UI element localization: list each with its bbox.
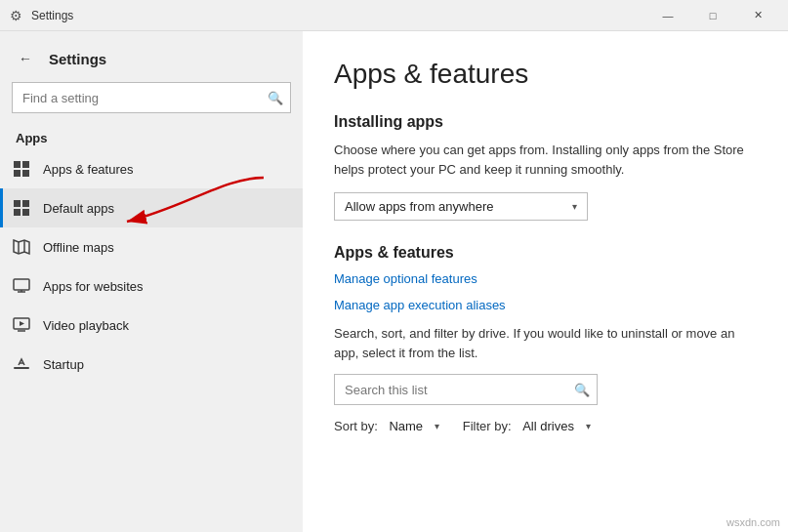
chevron-down-icon: ▾: [572, 201, 577, 212]
sort-value: Name: [389, 419, 423, 433]
sidebar-item-apps-features[interactable]: Apps & features: [0, 149, 303, 188]
svg-rect-7: [22, 209, 29, 216]
manage-optional-features-link[interactable]: Manage optional features: [334, 271, 757, 286]
search-box: 🔍: [12, 82, 291, 113]
apps-features-section: Apps & features Manage optional features…: [334, 244, 757, 433]
sort-label: Sort by:: [334, 419, 378, 433]
sidebar-category: Apps: [0, 125, 303, 149]
sidebar-item-label-apps-features: Apps & features: [43, 162, 134, 177]
sidebar-item-default-apps[interactable]: Default apps: [0, 188, 303, 227]
titlebar-title: Settings: [31, 9, 73, 22]
grid-icon: [12, 159, 31, 179]
installing-section-title: Installing apps: [334, 113, 757, 131]
dropdown-value: Allow apps from anywhere: [345, 199, 493, 214]
sidebar-item-video-playback[interactable]: Video playback: [0, 306, 303, 345]
svg-rect-2: [14, 170, 21, 177]
filter-chevron-icon: ▾: [586, 421, 591, 431]
main-panel: Apps & features Installing apps Choose w…: [303, 31, 788, 532]
filter-by[interactable]: Filter by: All drives ▾: [463, 419, 591, 433]
sidebar-item-label-startup: Startup: [43, 357, 84, 372]
close-button[interactable]: ✕: [735, 0, 780, 31]
svg-rect-17: [14, 367, 29, 369]
svg-marker-15: [20, 321, 24, 326]
filter-label: Filter by:: [463, 419, 512, 433]
sidebar-title: Settings: [49, 51, 106, 67]
minimize-button[interactable]: —: [645, 0, 690, 31]
search-icon: 🔍: [268, 91, 283, 105]
sort-chevron-icon: ▾: [435, 421, 439, 431]
sidebar: ← Settings 🔍 Apps Apps & features Defaul…: [0, 31, 303, 532]
titlebar-left: ⚙ Settings: [8, 8, 73, 23]
list-search-icon: 🔍: [574, 383, 590, 397]
sidebar-item-label-video-playback: Video playback: [43, 318, 129, 333]
page-title: Apps & features: [334, 59, 757, 90]
play-icon: [12, 315, 31, 335]
sidebar-header: ← Settings: [0, 39, 303, 82]
installing-dropdown[interactable]: Allow apps from anywhere ▾: [334, 192, 588, 221]
svg-rect-1: [22, 161, 29, 168]
titlebar: ⚙ Settings — □ ✕: [0, 0, 788, 31]
svg-rect-11: [14, 279, 29, 290]
back-button[interactable]: ←: [12, 45, 39, 72]
svg-marker-8: [14, 240, 29, 254]
search-input[interactable]: [12, 82, 291, 113]
list-search-box: 🔍: [334, 374, 598, 405]
manage-app-execution-link[interactable]: Manage app execution aliases: [334, 298, 757, 312]
titlebar-controls: — □ ✕: [645, 0, 780, 31]
sidebar-item-label-default-apps: Default apps: [43, 201, 114, 216]
monitor-icon: [12, 276, 31, 296]
sidebar-item-label-apps-websites: Apps for websites: [43, 279, 144, 294]
list-search-input[interactable]: [334, 374, 598, 405]
map-icon: [12, 237, 31, 257]
settings-icon: ⚙: [8, 8, 23, 23]
sidebar-item-startup[interactable]: Startup: [0, 345, 303, 384]
installing-section: Installing apps Choose where you can get…: [334, 113, 757, 221]
svg-rect-5: [22, 200, 29, 207]
sort-by[interactable]: Sort by: Name ▾: [334, 419, 439, 433]
sidebar-item-offline-maps[interactable]: Offline maps: [0, 227, 303, 266]
grid-icon-default: [12, 198, 31, 218]
content-area: ← Settings 🔍 Apps Apps & features Defaul…: [0, 31, 788, 532]
maximize-button[interactable]: □: [690, 0, 735, 31]
svg-rect-0: [14, 161, 21, 168]
search-desc: Search, sort, and filter by drive. If yo…: [334, 324, 757, 362]
svg-rect-4: [14, 200, 21, 207]
svg-rect-6: [14, 209, 21, 216]
watermark: wsxdn.com: [726, 516, 780, 528]
sidebar-item-apps-websites[interactable]: Apps for websites: [0, 266, 303, 306]
sort-filter-row: Sort by: Name ▾ Filter by: All drives ▾: [334, 419, 757, 433]
filter-value: All drives: [522, 419, 574, 433]
apps-features-section-title: Apps & features: [334, 244, 757, 262]
sidebar-item-label-offline-maps: Offline maps: [43, 240, 114, 255]
installing-description: Choose where you can get apps from. Inst…: [334, 141, 757, 179]
startup-icon: [12, 354, 31, 374]
svg-rect-3: [22, 170, 29, 177]
